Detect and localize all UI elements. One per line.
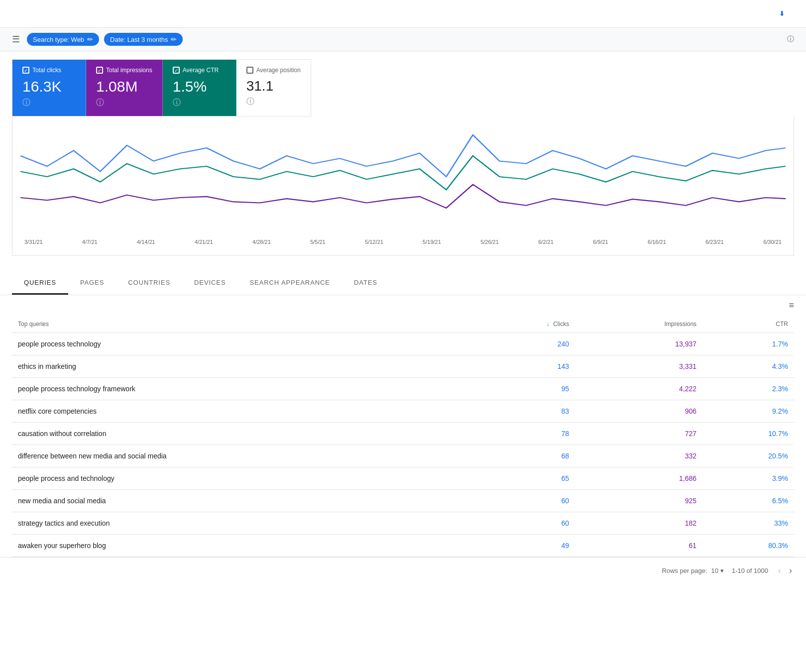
impressions-cell: 3,331 — [575, 355, 702, 378]
col-impressions[interactable]: Impressions — [575, 316, 702, 333]
query-cell: ethics in marketing — [12, 355, 475, 378]
col-ctr[interactable]: CTR — [702, 316, 794, 333]
ctr-checkbox: ✓ — [173, 67, 180, 74]
last-updated: ⓘ — [785, 35, 794, 44]
clicks-checkbox: ✓ — [22, 67, 29, 74]
chart-container: 3/31/21 4/7/21 4/14/21 4/21/21 4/28/21 5… — [12, 116, 794, 256]
table-row[interactable]: new media and social media 60 925 6.5% — [12, 490, 794, 512]
query-cell: people process technology — [12, 333, 475, 355]
ctr-cell: 6.5% — [702, 490, 794, 512]
ctr-cell: 4.3% — [702, 355, 794, 378]
ctr-cell: 10.7% — [702, 423, 794, 445]
table-row[interactable]: causation without correlation 78 727 10.… — [12, 423, 794, 445]
metrics-row: ✓ Total clicks 16.3K ⓘ ✓ Total impressio… — [12, 59, 311, 116]
table-row[interactable]: difference between new media and social … — [12, 445, 794, 467]
ctr-label: Average CTR — [183, 67, 219, 74]
clicks-info-icon[interactable]: ⓘ — [22, 98, 30, 108]
table-row[interactable]: strategy tactics and execution 60 182 33… — [12, 512, 794, 535]
ctr-cell: 2.3% — [702, 378, 794, 400]
search-type-filter[interactable]: Search type: Web ✏ — [27, 33, 99, 46]
search-type-label: Search type: Web — [33, 36, 84, 43]
page-info: 1-10 of 1000 — [732, 567, 768, 574]
tabs: QUERIES PAGES COUNTRIES DEVICES SEARCH A… — [12, 272, 794, 295]
menu-icon[interactable]: ☰ — [12, 34, 20, 45]
query-cell: difference between new media and social … — [12, 445, 475, 467]
clicks-cell: 143 — [475, 355, 575, 378]
impressions-cell: 332 — [575, 445, 702, 467]
clicks-value: 16.3K — [22, 78, 76, 96]
table-row[interactable]: people process and technology 65 1,686 3… — [12, 467, 794, 490]
ctr-cell: 80.3% — [702, 535, 794, 557]
metric-average-ctr[interactable]: ✓ Average CTR 1.5% ⓘ — [163, 60, 236, 116]
sort-arrow-icon: ↓ — [547, 321, 550, 328]
chart-section: 3/31/21 4/7/21 4/14/21 4/21/21 4/28/21 5… — [0, 116, 806, 264]
next-page-button[interactable]: › — [787, 563, 794, 578]
column-filter-button[interactable]: ≡ — [789, 300, 794, 311]
queries-table: Top queries ↓ Clicks Impressions CTR peo… — [12, 316, 794, 557]
toolbar: ☰ Search type: Web ✏ Date: Last 3 months… — [0, 28, 806, 51]
query-cell: awaken your superhero blog — [12, 535, 475, 557]
ctr-value: 1.5% — [173, 78, 226, 96]
impressions-cell: 182 — [575, 512, 702, 535]
x-axis-labels: 3/31/21 4/7/21 4/14/21 4/21/21 4/28/21 5… — [20, 237, 786, 245]
edit-icon: ✏ — [87, 35, 93, 43]
table-row[interactable]: people process technology 240 13,937 1.7… — [12, 333, 794, 355]
toolbar-left: ☰ Search type: Web ✏ Date: Last 3 months… — [12, 33, 196, 46]
tab-devices[interactable]: DEVICES — [182, 272, 237, 295]
table-section: Top queries ↓ Clicks Impressions CTR peo… — [0, 316, 806, 557]
query-cell: causation without correlation — [12, 423, 475, 445]
impressions-line — [20, 185, 786, 208]
tabs-section: QUERIES PAGES COUNTRIES DEVICES SEARCH A… — [0, 272, 806, 295]
position-info-icon[interactable]: ⓘ — [246, 97, 254, 107]
clicks-cell: 68 — [475, 445, 575, 467]
table-row[interactable]: ethics in marketing 143 3,331 4.3% — [12, 355, 794, 378]
metric-total-clicks[interactable]: ✓ Total clicks 16.3K ⓘ — [12, 60, 86, 116]
prev-page-button[interactable]: ‹ — [776, 563, 783, 578]
rows-per-page: Rows per page: 10 ▾ — [662, 567, 724, 574]
position-value: 31.1 — [246, 78, 301, 95]
tab-search-appearance[interactable]: SEARCH APPEARANCE — [237, 272, 342, 295]
chart-svg — [20, 124, 786, 239]
position-checkbox — [246, 67, 253, 74]
ctr-cell: 33% — [702, 512, 794, 535]
table-body: people process technology 240 13,937 1.7… — [12, 333, 794, 557]
filter-row: ≡ — [0, 295, 806, 316]
impressions-cell: 13,937 — [575, 333, 702, 355]
metric-total-impressions[interactable]: ✓ Total impressions 1.08M ⓘ — [86, 60, 163, 116]
clicks-cell: 95 — [475, 378, 575, 400]
clicks-cell: 60 — [475, 512, 575, 535]
info-icon: ⓘ — [787, 35, 794, 44]
chevron-down-icon: ▾ — [720, 567, 724, 574]
ctr-cell: 9.2% — [702, 400, 794, 423]
impressions-cell: 727 — [575, 423, 702, 445]
tab-pages[interactable]: PAGES — [68, 272, 116, 295]
col-clicks[interactable]: ↓ Clicks — [475, 316, 575, 333]
tab-dates[interactable]: DATES — [342, 272, 389, 295]
filter-icon: ≡ — [789, 300, 794, 310]
query-cell: strategy tactics and execution — [12, 512, 475, 535]
ctr-cell: 20.5% — [702, 445, 794, 467]
table-row[interactable]: netflix core competencies 83 906 9.2% — [12, 400, 794, 423]
table-row[interactable]: awaken your superhero blog 49 61 80.3% — [12, 535, 794, 557]
impressions-cell: 906 — [575, 400, 702, 423]
impressions-info-icon[interactable]: ⓘ — [96, 98, 104, 108]
metric-average-position[interactable]: Average position 31.1 ⓘ — [236, 60, 311, 116]
position-label: Average position — [256, 67, 301, 74]
col-query: Top queries — [12, 316, 475, 333]
impressions-cell: 61 — [575, 535, 702, 557]
metrics-section: ✓ Total clicks 16.3K ⓘ ✓ Total impressio… — [0, 51, 806, 116]
clicks-cell: 78 — [475, 423, 575, 445]
export-icon: ⬇ — [779, 10, 785, 17]
new-button[interactable] — [188, 37, 196, 42]
date-filter[interactable]: Date: Last 3 months ✏ — [104, 33, 183, 46]
ctr-info-icon[interactable]: ⓘ — [173, 98, 181, 108]
rows-per-page-select[interactable]: 10 ▾ — [711, 567, 724, 574]
clicks-cell: 60 — [475, 490, 575, 512]
rows-per-page-value: 10 — [711, 567, 718, 574]
tab-queries[interactable]: QUERIES — [12, 272, 68, 295]
tab-countries[interactable]: COUNTRIES — [116, 272, 182, 295]
table-row[interactable]: people process technology framework 95 4… — [12, 378, 794, 400]
impressions-cell: 4,222 — [575, 378, 702, 400]
rows-per-page-label: Rows per page: — [662, 567, 707, 574]
export-button[interactable]: ⬇ — [773, 7, 794, 20]
